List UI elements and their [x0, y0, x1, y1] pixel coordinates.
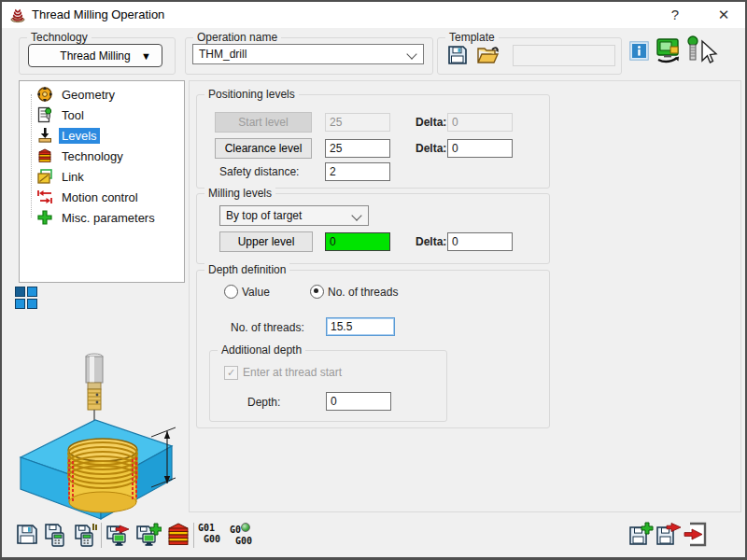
- machine-simulation-icon[interactable]: [655, 37, 683, 64]
- no-of-threads-field[interactable]: [326, 317, 395, 336]
- geometry-icon: [36, 86, 53, 103]
- technology-stack-icon[interactable]: [165, 522, 191, 548]
- title-bar: Thread Milling Operation ? ✕: [2, 2, 745, 28]
- start-level-field[interactable]: [325, 113, 390, 132]
- tree-item-tool[interactable]: Tool: [36, 105, 87, 125]
- tree-item-label: Geometry: [59, 87, 118, 103]
- save-calculate-icon[interactable]: [44, 522, 70, 548]
- exit-icon[interactable]: [683, 522, 709, 548]
- checkmark-icon: ✓: [227, 367, 235, 378]
- upper-delta-field[interactable]: [447, 232, 513, 251]
- tree-item-motion-control[interactable]: Motion control: [36, 187, 141, 207]
- no-of-threads-label: No. of threads:: [231, 321, 304, 334]
- tree-item-label: Misc. parameters: [59, 210, 158, 226]
- operation-tree-panel: Geometry Tool Levels: [19, 80, 185, 283]
- tree-item-label: Technology: [59, 148, 126, 164]
- operation-name-group-label: Operation name: [193, 31, 281, 44]
- chevron-down-icon: [351, 210, 361, 220]
- gcode-check-icon[interactable]: G0 G00: [230, 523, 252, 547]
- tree-item-label: Tool: [59, 107, 87, 123]
- tool-icon: [36, 106, 53, 123]
- technology-dropdown[interactable]: Thread Milling ▼: [28, 44, 162, 67]
- load-template-icon[interactable]: [476, 44, 501, 66]
- enter-at-thread-start-label: Enter at thread start: [243, 366, 342, 379]
- save-and-exit-icon[interactable]: [655, 522, 682, 548]
- globe-icon: [241, 523, 250, 532]
- clearance-level-field[interactable]: [325, 139, 390, 158]
- upper-delta-label: Delta:: [416, 235, 446, 248]
- radio-selected-dot: [314, 288, 318, 293]
- window-title: Thread Milling Operation: [32, 2, 164, 28]
- save-simulate-icon[interactable]: [106, 522, 132, 548]
- tree-item-link[interactable]: Link: [36, 166, 87, 187]
- clearance-level-button[interactable]: Clearance level: [215, 138, 312, 159]
- radio-threads-label[interactable]: No. of threads: [328, 286, 398, 299]
- tool-cursor-icon[interactable]: [684, 35, 718, 65]
- clearance-delta-field[interactable]: [447, 139, 513, 158]
- positioning-levels-label: Positioning levels: [204, 88, 299, 101]
- thread-milling-dialog: Thread Milling Operation ? ✕ Technology …: [0, 0, 747, 560]
- technology-group-label: Technology: [27, 31, 92, 44]
- start-level-button[interactable]: Start level: [215, 112, 312, 133]
- levels-icon: [36, 127, 53, 144]
- info-icon[interactable]: [629, 41, 649, 61]
- operation-name-value: THM_drill: [199, 48, 247, 61]
- depth-definition-label: Depth definition: [204, 263, 289, 276]
- template-name-field[interactable]: [513, 45, 615, 66]
- grid-view-icon[interactable]: [15, 287, 39, 311]
- radio-value[interactable]: [224, 285, 238, 299]
- additional-depth-label: Additional depth: [218, 343, 305, 357]
- enter-at-thread-start-checkbox[interactable]: ✓: [224, 366, 238, 380]
- start-delta-field[interactable]: [447, 113, 513, 132]
- link-icon: [36, 168, 53, 185]
- save-simulate-add-icon[interactable]: [135, 522, 162, 548]
- app-logo-icon: [9, 7, 26, 23]
- dropdown-arrow-icon: ▼: [141, 50, 151, 62]
- help-button[interactable]: ?: [658, 2, 692, 28]
- save-calculate-all-icon[interactable]: [74, 522, 100, 548]
- additional-depth-field[interactable]: [326, 392, 391, 411]
- tree-item-levels[interactable]: Levels: [36, 125, 100, 146]
- gcode-display-icon[interactable]: G01 G00: [198, 523, 220, 545]
- toolbar-separator: [193, 523, 194, 548]
- upper-level-button[interactable]: Upper level: [219, 231, 313, 252]
- save-and-add-icon[interactable]: [628, 522, 655, 548]
- tree-connector-line: [31, 94, 32, 217]
- misc-parameters-icon: [36, 209, 53, 226]
- tree-item-label: Levels: [59, 128, 100, 144]
- safety-distance-field[interactable]: [325, 162, 390, 181]
- tree-item-label: Link: [59, 169, 87, 185]
- tree-item-geometry[interactable]: Geometry: [36, 84, 118, 105]
- upper-level-field[interactable]: [325, 232, 390, 251]
- additional-depth-group: Additional depth: [209, 350, 447, 422]
- milling-mode-combobox[interactable]: By top of target: [219, 205, 369, 226]
- additional-depth-value-label: Depth:: [247, 396, 280, 409]
- template-group-label: Template: [445, 31, 499, 44]
- chevron-down-icon: [406, 49, 416, 59]
- radio-no-of-threads[interactable]: [310, 285, 324, 299]
- operation-name-combobox[interactable]: THM_drill: [192, 44, 424, 64]
- milling-levels-group: Milling levels: [196, 193, 550, 264]
- tree-item-misc-parameters[interactable]: Misc. parameters: [36, 207, 158, 228]
- radio-value-label[interactable]: Value: [242, 286, 270, 299]
- toolbar-separator: [101, 523, 102, 548]
- milling-levels-label: Milling levels: [204, 187, 275, 200]
- technology-icon: [36, 147, 53, 164]
- save-icon[interactable]: [15, 522, 41, 548]
- close-button[interactable]: ✕: [705, 2, 742, 28]
- motion-control-icon: [36, 189, 53, 205]
- thread-milling-preview-image: [13, 345, 181, 521]
- milling-mode-value: By top of target: [226, 209, 302, 222]
- clearance-delta-label: Delta:: [416, 142, 446, 155]
- tree-item-technology[interactable]: Technology: [36, 146, 126, 166]
- save-template-icon[interactable]: [446, 44, 469, 66]
- start-delta-label: Delta:: [416, 116, 446, 129]
- technology-dropdown-value: Thread Milling: [60, 49, 130, 63]
- safety-distance-label: Safety distance:: [219, 165, 299, 178]
- tree-item-label: Motion control: [59, 189, 141, 205]
